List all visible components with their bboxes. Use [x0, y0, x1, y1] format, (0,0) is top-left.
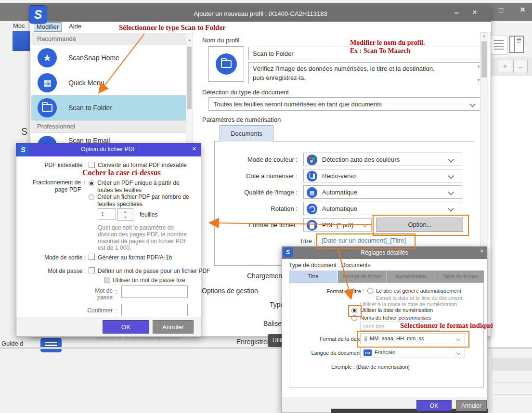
single-pdf-option-label: Créer un PDF unique à partir de toutes l… [97, 180, 192, 194]
scan-date-label: Utiliser la date de numérisation [360, 307, 433, 313]
profile-description-box[interactable]: Vérifiez l'image des données numérisées,… [248, 62, 483, 84]
sheet-count-input[interactable] [98, 208, 116, 220]
list-view-icon[interactable] [490, 36, 507, 55]
detail-dialog-title: Réglages détaillés [282, 249, 487, 256]
sidebar-header-recommande: Recommandé [31, 33, 186, 45]
auto-title-note1: Extrait la date et le titre du document. [376, 295, 464, 301]
spin-down-icon: ▼ [117, 215, 133, 220]
cancel-button[interactable]: Annuler [153, 320, 194, 334]
star-icon: ★ [38, 48, 57, 67]
chevron-down-icon [456, 351, 460, 355]
annotation-select-format: Sélectionner le format indiqué [400, 322, 493, 330]
rotation-label: Rotation : [199, 205, 298, 212]
sidebar-item-scan-to-folder[interactable]: Scan to Folder [31, 95, 186, 120]
fixed-password-label: Utiliser un mot de passe fixe [113, 277, 185, 284]
chevron-down-icon [448, 206, 454, 212]
document-language-dropdown[interactable]: FR Français [360, 347, 465, 358]
single-pdf-radio[interactable] [89, 181, 94, 186]
resize-icon[interactable]: ↔ [513, 60, 528, 73]
example-label: Exemple : [Date de numérisation] [331, 364, 410, 370]
custom-name-radio[interactable] [351, 315, 357, 321]
tab-format-de-fichier[interactable]: Format de fichier [338, 271, 387, 283]
save-label: Enregistrer [236, 338, 269, 346]
scan-side-label: Côté à numériser : [199, 172, 298, 180]
rotation-dropdown[interactable]: Automatique [303, 202, 462, 215]
image-quality-dropdown[interactable]: ▦ Automatique [303, 185, 462, 199]
password-option-label: Définir un mot de passe pour un fichier … [98, 268, 210, 274]
fixed-password-checkbox [104, 277, 110, 283]
custom-name-label: Noms de fichier personnalisés [360, 315, 431, 321]
password-checkbox[interactable] [89, 267, 95, 273]
close-icon[interactable]: × [472, 8, 477, 17]
ok-button[interactable]: OK [103, 320, 149, 334]
spin-up-icon: ▲ [117, 209, 133, 215]
background-big-s: S [21, 126, 27, 137]
option-button[interactable]: Option... [376, 218, 463, 232]
sidebar-header-professionnel: Professionnel [31, 120, 186, 133]
background-table-row-line [491, 406, 532, 406]
maximize-icon[interactable]: □ [499, 6, 503, 14]
menu-modifier[interactable]: Modifier [34, 22, 62, 32]
confirm-colon: : [116, 307, 117, 314]
file-format-label: Format de fichier: [199, 221, 298, 229]
management-options-label: Options de gestion [202, 287, 258, 295]
background-app-icon [40, 338, 62, 352]
quality-auto-icon: ▦ [307, 187, 317, 198]
fr-flag-badge: FR [363, 349, 372, 356]
sidebar-item-scansnap-home[interactable]: ★ ScanSnap Home [31, 45, 186, 70]
cancel-button[interactable]: Annuler [456, 400, 487, 411]
background-table-header [491, 358, 532, 371]
password-colon: : [116, 288, 117, 295]
annotation-check-box: Cocher la case ci-dessus [82, 168, 161, 177]
scan-settings-section-label: Paramètres de numérisation [202, 116, 281, 123]
scrollbar-thumb [187, 47, 192, 109]
pdf-icon [307, 220, 317, 231]
close-icon[interactable]: × [192, 144, 196, 153]
close-icon[interactable]: × [520, 4, 525, 15]
detection-dropdown[interactable]: Toutes les feuilles seront numérisées en… [208, 97, 483, 111]
color-auto-icon [307, 155, 317, 165]
ok-button[interactable]: OK [416, 400, 452, 411]
confirm-input[interactable] [121, 304, 188, 316]
background-table-area [491, 76, 532, 347]
annotation-select-type: Sélectionner le type Scan to Folder [119, 24, 226, 32]
document-language-label: Langue du document : [287, 350, 364, 356]
split-pdf-radio[interactable] [89, 194, 94, 200]
password-input[interactable] [121, 285, 188, 298]
indexable-checkbox[interactable] [89, 162, 95, 168]
scroll-up-icon: ▲ [480, 34, 488, 38]
tab-numerisation[interactable]: Numérisation [387, 271, 436, 283]
tab-documents[interactable]: Documents [220, 125, 273, 142]
auto-title-radio[interactable] [367, 288, 373, 294]
indexable-option-label: Convertir au format PDF indexable [98, 162, 187, 168]
date-format-dropdown[interactable]: jj_MM_aaaa_HH_mm_ss [360, 333, 465, 344]
title-row-value[interactable]: [Date sur un document]_[Titre] [322, 237, 406, 244]
menu-aide[interactable]: Aide [65, 22, 86, 32]
panel-layout-icon[interactable] [509, 36, 524, 53]
background-menu-fragment: Moc [13, 22, 25, 29]
color-mode-dropdown[interactable]: Détection auto des couleurs [303, 153, 462, 166]
file-format-dropdown[interactable]: PDF (*.pdf) [303, 218, 372, 232]
screenshot-stage: □ × Moc S Guide d + ↔ Ajouter un nouveau… [0, 0, 532, 413]
chevron-down-icon [469, 101, 476, 107]
title-row-label: Titre : [260, 237, 315, 245]
tab-taille-du-fichier[interactable]: Taille du fichier [436, 271, 484, 283]
auto-title-note2: Utiliser à la place la date de numérisat… [360, 301, 457, 307]
chevron-down-icon [448, 189, 454, 195]
scan-side-dropdown[interactable]: Recto-verso [303, 169, 462, 182]
sidebar-item-quick-menu[interactable]: ▦ Quick Menu [31, 70, 186, 95]
confirm-label: Confirmer [77, 307, 113, 314]
chevron-down-icon [363, 223, 367, 227]
tab-titre[interactable]: Titre [289, 271, 337, 283]
sheet-count-stepper[interactable]: ▲ ▼ [117, 208, 133, 221]
close-icon[interactable]: × [480, 247, 484, 255]
pdfa-checkbox[interactable] [89, 254, 95, 260]
move-icon[interactable]: + [498, 60, 512, 73]
minimize-icon[interactable]: – [454, 9, 459, 17]
color-mode-label: Mode de couleur : [199, 156, 298, 163]
dialog-title: Ajouter un nouveau profil : iX1400-CA2H1… [30, 10, 491, 17]
chevron-down-icon [448, 173, 454, 179]
scan-date-radio[interactable] [351, 308, 357, 313]
profile-name-section-label: Nom du profil [202, 37, 239, 44]
title-format-label: Format du titre : [287, 288, 364, 294]
